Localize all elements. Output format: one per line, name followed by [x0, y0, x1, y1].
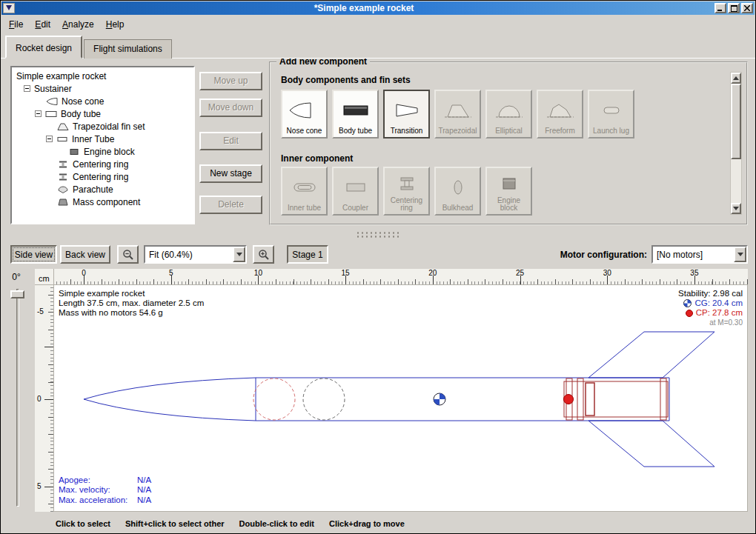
coupler-icon — [339, 170, 372, 204]
new-stage-button[interactable]: New stage — [199, 164, 262, 183]
dropdown-button[interactable] — [233, 247, 245, 262]
stability-value: Stability: 2.98 cal — [678, 289, 743, 298]
close-button[interactable] — [741, 3, 753, 13]
arrow-up-icon — [733, 73, 739, 80]
dropdown-button[interactable] — [734, 247, 746, 262]
menu-help[interactable]: Help — [100, 17, 130, 32]
move-up-button[interactable]: Move up — [199, 72, 262, 90]
add-elliptical-fin-button[interactable]: Elliptical — [485, 90, 532, 138]
tree-item-nose-cone[interactable]: Nose cone — [12, 95, 193, 107]
add-transition-button[interactable]: Transition — [383, 90, 430, 138]
tree-item-mass-component[interactable]: Mass component — [12, 196, 193, 208]
move-down-button[interactable]: Move down — [199, 99, 262, 117]
add-coupler-button[interactable]: Coupler — [332, 167, 379, 216]
h-ruler-label: 15 — [338, 269, 353, 277]
rocket-info: Simple example rocket Length 37.5 cm, ma… — [59, 289, 204, 318]
body-components-label: Body components and fin sets — [281, 75, 411, 85]
stability-legend: Stability: 2.98 cal CG: 20.4 cm CP: 27.8… — [678, 289, 743, 327]
acceleration-value: N/A — [137, 495, 151, 506]
collapse-icon[interactable] — [24, 85, 30, 92]
rocket-name: Simple example rocket — [59, 289, 204, 298]
motor-configuration-select[interactable]: [No motors] — [651, 245, 748, 264]
tree-item-fin-set[interactable]: Trapezoidal fin set — [12, 120, 193, 133]
rotation-slider-thumb[interactable] — [10, 290, 24, 298]
rocket-drawing[interactable] — [54, 285, 748, 512]
scroll-down-button[interactable] — [731, 203, 741, 214]
trapezoidal-fin-icon — [442, 93, 474, 127]
bulkhead-icon — [442, 170, 474, 204]
maximize-button[interactable] — [728, 3, 740, 13]
velocity-value: N/A — [137, 485, 151, 495]
add-nose-cone-button[interactable]: Nose cone — [281, 90, 328, 138]
tab-rocket-design[interactable]: Rocket design — [5, 36, 82, 59]
cp-value: CP: 27.8 cm — [696, 308, 743, 318]
parachute-outline[interactable] — [253, 378, 295, 420]
rotation-slider-track[interactable] — [16, 289, 19, 507]
tree-item-centering-ring-2[interactable]: Centering ring — [12, 170, 193, 183]
apogee-value: N/A — [137, 475, 151, 486]
tree-item-sustainer[interactable]: Sustainer — [12, 82, 193, 95]
h-ruler-label: 5 — [164, 269, 179, 277]
collapse-icon[interactable] — [35, 110, 42, 117]
v-ruler-label: 0 — [37, 395, 42, 403]
inner-tube-assembly[interactable] — [564, 378, 668, 420]
scroll-up-button[interactable] — [731, 73, 741, 84]
cg-value: CG: 20.4 cm — [694, 298, 743, 308]
engine-block-icon — [493, 170, 525, 197]
add-trapezoidal-fin-button[interactable]: Trapezoidal — [434, 90, 481, 138]
flight-summary: Apogee:N/A Max. velocity:N/A Max. accele… — [59, 475, 151, 506]
hint-select: Click to select — [56, 519, 110, 528]
component-scrollbar[interactable] — [730, 72, 742, 215]
minimize-button[interactable] — [714, 3, 726, 13]
mass-component-outline[interactable] — [303, 378, 345, 420]
menu-analyze[interactable]: Analyze — [56, 17, 100, 32]
tree-item-engine-block[interactable]: Engine block — [12, 145, 193, 158]
h-ruler-label: 35 — [687, 269, 702, 277]
hint-shift-click: Shift+click to select other — [125, 519, 225, 528]
delete-button[interactable]: Delete — [199, 196, 262, 214]
tree-item-centering-ring-1[interactable]: Centering ring — [12, 158, 193, 170]
add-body-tube-button[interactable]: Body tube — [332, 90, 379, 138]
tab-strip: Rocket design Flight simulations — [5, 36, 173, 59]
tree-item-body-tube[interactable]: Body tube — [12, 107, 193, 120]
add-launch-lug-button[interactable]: Launch lug — [588, 90, 634, 138]
rocket-dimensions: Length 37.5 cm, max. diameter 2.5 cm — [59, 298, 204, 308]
add-centering-ring-button[interactable]: Centering ring — [383, 167, 430, 216]
hint-drag: Click+drag to move — [329, 519, 405, 528]
hint-double-click: Double-click to edit — [239, 519, 314, 528]
menu-file[interactable]: File — [3, 17, 29, 32]
collapse-icon[interactable] — [46, 136, 53, 142]
add-bulkhead-button[interactable]: Bulkhead — [434, 167, 481, 216]
zoom-select[interactable]: Fit (60.4%) — [144, 245, 247, 264]
add-inner-tube-button[interactable]: Inner tube — [281, 167, 328, 216]
arrow-down-icon — [733, 207, 739, 213]
cg-marker — [434, 393, 445, 405]
side-view-button[interactable]: Side view — [10, 245, 57, 264]
menu-bar: File Edit Analyze Help — [1, 16, 755, 33]
tab-flight-simulations[interactable]: Flight simulations — [84, 39, 172, 59]
window-menu-button[interactable] — [3, 3, 15, 13]
tree-item-inner-tube[interactable]: Inner Tube — [12, 133, 193, 145]
edit-button[interactable]: Edit — [199, 132, 262, 150]
h-ruler-label: 0 — [76, 269, 91, 277]
tree-item-rocket[interactable]: Simple example rocket — [12, 70, 193, 82]
zoom-out-button[interactable] — [117, 245, 139, 264]
add-engine-block-button[interactable]: Engine block — [485, 167, 532, 216]
zoom-in-button[interactable] — [253, 245, 274, 264]
stage-1-toggle[interactable]: Stage 1 — [287, 245, 328, 264]
title-bar: *Simple example rocket — [1, 1, 755, 15]
panel-splitter[interactable] — [356, 231, 402, 238]
tree-item-parachute[interactable]: Parachute — [12, 183, 193, 196]
cp-icon — [686, 310, 693, 317]
add-freeform-fin-button[interactable]: Freeform — [537, 90, 583, 138]
mach-note: at M=0.30 — [678, 318, 743, 327]
back-view-button[interactable]: Back view — [60, 245, 110, 264]
scrollbar-thumb[interactable] — [731, 84, 741, 159]
engine-block-icon — [68, 147, 80, 156]
h-ruler-label: 20 — [425, 269, 440, 277]
transition-icon — [391, 93, 423, 127]
menu-edit[interactable]: Edit — [29, 17, 56, 32]
rocket-design-canvas[interactable]: Simple example rocket Length 37.5 cm, ma… — [54, 285, 748, 512]
inner-tube-icon — [288, 170, 321, 204]
parachute-icon — [57, 185, 69, 194]
